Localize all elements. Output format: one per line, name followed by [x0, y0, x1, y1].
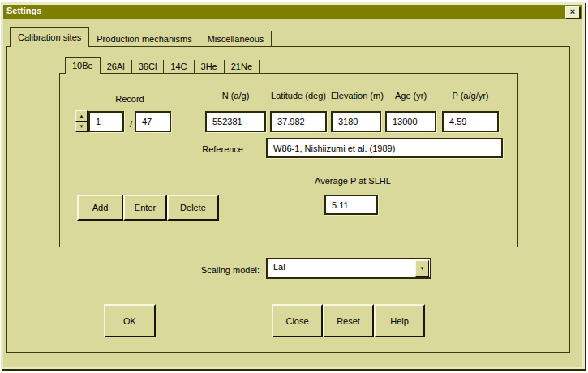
scaling-model-dropdown[interactable]: Lal ▼: [266, 258, 431, 279]
help-button[interactable]: Help: [374, 304, 425, 337]
reset-button[interactable]: Reset: [323, 304, 374, 337]
close-icon[interactable]: ×: [565, 6, 580, 19]
enter-button[interactable]: Enter: [123, 195, 167, 221]
record-separator: /: [130, 119, 132, 129]
spinner-down-icon[interactable]: ▼: [75, 122, 88, 133]
p-input[interactable]: [442, 111, 499, 132]
scaling-model-label: Scaling model:: [193, 265, 260, 275]
isotope-tab-strip: 10Be 26Al 36Cl 14C 3He 21Ne: [65, 57, 260, 74]
title-bar[interactable]: Settings: [3, 5, 582, 19]
spinner-up-icon[interactable]: ▲: [75, 110, 88, 122]
average-p-input[interactable]: [324, 195, 378, 215]
tab-36cl[interactable]: 36Cl: [132, 60, 165, 74]
tab-calibration-sites[interactable]: Calibration sites: [10, 27, 89, 47]
n-label: N (a/g): [205, 91, 266, 101]
tab-miscellaneous[interactable]: Miscellaneous: [200, 31, 273, 47]
dropdown-arrow-icon[interactable]: ▼: [415, 260, 429, 277]
elevation-label: Elevation (m): [331, 91, 381, 101]
age-label: Age (yr): [385, 91, 436, 101]
outer-tab-strip: Calibration sites Production mechanisms …: [10, 27, 272, 47]
window-title: Settings: [6, 6, 41, 15]
tab-14c[interactable]: 14C: [164, 60, 194, 74]
p-label: P (a/g/yr): [442, 91, 499, 101]
reference-label: Reference: [195, 144, 243, 154]
average-p-label: Average P at SLHL: [300, 176, 406, 186]
settings-window: Settings × Calibration sites Production …: [1, 2, 585, 369]
record-label: Record: [104, 94, 156, 104]
n-input[interactable]: [205, 111, 266, 132]
delete-button[interactable]: Delete: [167, 195, 219, 221]
tab-3he[interactable]: 3He: [195, 60, 225, 74]
elevation-input[interactable]: [331, 111, 381, 132]
ok-button[interactable]: OK: [104, 304, 156, 337]
reference-input[interactable]: [266, 138, 503, 158]
tab-26al[interactable]: 26Al: [101, 60, 132, 74]
tab-production-mechanisms[interactable]: Production mechanisms: [89, 31, 200, 47]
scaling-model-value: Lal: [273, 262, 285, 272]
age-input[interactable]: [385, 111, 436, 132]
record-spinner: ▲ ▼: [75, 110, 88, 132]
latitude-label: Latitude (deg): [270, 91, 327, 101]
close-button[interactable]: Close: [272, 304, 323, 337]
latitude-input[interactable]: [270, 111, 327, 132]
tab-21ne[interactable]: 21Ne: [225, 60, 260, 74]
record-total-input[interactable]: [135, 111, 171, 132]
tab-10be[interactable]: 10Be: [65, 57, 101, 74]
add-button[interactable]: Add: [77, 195, 123, 221]
record-current-input[interactable]: [88, 111, 124, 132]
